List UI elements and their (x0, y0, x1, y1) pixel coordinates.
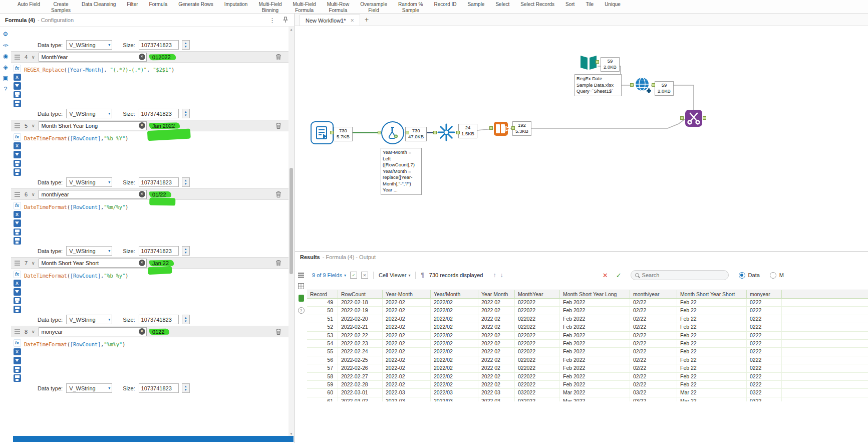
size-spinner[interactable]: ▲▼ (182, 246, 190, 256)
data-type-dropdown[interactable]: V_WString▾ (66, 40, 112, 50)
column-header[interactable]: MonthYear (515, 290, 560, 299)
arrow-up-icon[interactable]: ↑ (493, 272, 496, 279)
settings-icon[interactable]: ⚙ (1, 31, 10, 38)
apply-search-icon[interactable]: ✓ (616, 272, 622, 279)
table-row[interactable]: 592022-02-282022-022022/022022 02022022F… (307, 381, 868, 389)
save-icon[interactable] (14, 160, 21, 167)
size-spinner[interactable]: ▲▼ (182, 40, 190, 50)
palette-item[interactable]: Record ID (429, 2, 462, 8)
scroll-up-icon[interactable]: ▲ (288, 27, 294, 33)
expression-text[interactable]: REGEX_Replace([Year-Month], "(.*?)-(.*)"… (23, 65, 289, 107)
palette-item[interactable]: Oversample Field (355, 2, 393, 14)
clear-input-icon[interactable]: ✕ (139, 260, 145, 266)
column-header[interactable]: Record (307, 290, 338, 299)
palette-item[interactable]: Formula (144, 2, 173, 8)
size-spinner[interactable]: ▲▼ (182, 177, 190, 187)
column-header[interactable]: Year-Month (383, 290, 431, 299)
spinner-up-icon[interactable]: ▲ (184, 248, 187, 251)
results-table[interactable]: RecordRowCountYear-MonthYear/MonthYear M… (307, 290, 868, 443)
column-header[interactable]: RowCount (338, 290, 383, 299)
column-header[interactable]: Month Short Year Long (560, 290, 630, 299)
size-spinner[interactable]: ▲▼ (182, 315, 190, 324)
column-icon[interactable]: X (14, 142, 21, 150)
size-input[interactable] (139, 246, 179, 256)
palette-item[interactable]: Random % Sample (393, 2, 428, 14)
fx-icon[interactable]: fx (14, 133, 21, 141)
drag-handle-icon[interactable] (15, 329, 21, 334)
package-icon[interactable]: ▣ (1, 75, 10, 82)
save-icon[interactable] (14, 297, 21, 305)
connection-anchor[interactable] (703, 116, 706, 120)
output-column-input[interactable] (39, 53, 147, 62)
data-type-dropdown[interactable]: V_WString▾ (66, 177, 112, 187)
filter-icon[interactable] (14, 288, 21, 296)
palette-item[interactable]: Multi-Field Binning (253, 2, 287, 14)
palette-item[interactable]: Filter (121, 2, 143, 8)
palette-item[interactable]: Data Cleansing (76, 2, 121, 8)
metadata-radio[interactable]: M (770, 272, 784, 279)
formula-tool[interactable] (381, 121, 404, 144)
column-header[interactable]: Year/Month (431, 290, 478, 299)
table-row[interactable]: 532022-02-222022-022022/022022 02022022F… (307, 332, 868, 340)
data-radio[interactable]: Data (739, 272, 760, 279)
chevron-down-icon[interactable]: ∨ (32, 123, 35, 128)
fx-icon[interactable]: fx (14, 339, 21, 347)
save-as-icon[interactable] (14, 374, 21, 382)
palette-item[interactable]: Sample (462, 2, 490, 8)
tab-close-icon[interactable]: ✕ (351, 18, 355, 23)
data-type-dropdown[interactable]: V_WString▾ (66, 315, 112, 324)
data-type-dropdown[interactable]: V_WString▾ (66, 109, 112, 118)
table-row[interactable]: 492022-02-182022-022022/022022 02022022F… (307, 299, 868, 307)
config-scrollbar[interactable]: ▲ ▼ (288, 27, 294, 437)
drag-handle-icon[interactable] (15, 123, 21, 128)
chevron-down-icon[interactable]: ∨ (32, 192, 35, 197)
connection-anchor[interactable] (489, 126, 493, 130)
fields-dropdown[interactable]: 9 of 9 Fields ▾ (312, 272, 346, 278)
size-input[interactable] (139, 177, 179, 187)
tag-icon[interactable]: ◈ (1, 64, 10, 71)
filter-icon[interactable] (14, 151, 21, 158)
size-input[interactable] (139, 383, 179, 393)
clear-search-icon[interactable]: ✕ (603, 272, 608, 279)
palette-item[interactable]: Multi-Field Formula (287, 2, 322, 14)
spinner-up-icon[interactable]: ▲ (184, 179, 187, 182)
palette-item[interactable]: Generate Rows (173, 2, 218, 8)
save-as-icon[interactable] (14, 100, 21, 107)
palette-item[interactable]: Select (490, 2, 515, 8)
filter-icon[interactable] (14, 82, 21, 90)
spinner-down-icon[interactable]: ▼ (184, 45, 187, 49)
spinner-down-icon[interactable]: ▼ (184, 388, 187, 392)
fx-icon[interactable]: fx (14, 271, 21, 278)
table-row[interactable]: 542022-02-232022-022022/022022 02022022F… (307, 340, 868, 348)
delete-expression-button[interactable] (275, 191, 281, 198)
delete-expression-button[interactable] (275, 122, 281, 129)
output-column-input[interactable] (39, 190, 147, 199)
multi-field-formula-tool[interactable] (436, 122, 456, 142)
chevron-down-icon[interactable]: ∨ (32, 55, 35, 60)
size-input[interactable] (139, 315, 179, 324)
scrollbar-thumb[interactable] (290, 168, 293, 274)
chevron-down-icon[interactable]: ∨ (32, 261, 35, 266)
search-box[interactable] (631, 270, 729, 280)
deselect-all-icon[interactable]: ✕ (361, 272, 368, 279)
select-all-icon[interactable]: ✓ (350, 272, 357, 279)
spinner-up-icon[interactable]: ▲ (184, 316, 187, 320)
new-tab-button[interactable]: + (360, 14, 373, 26)
file-annotation[interactable]: RegEx Date Sample Data.xlsx Query=`Sheet… (574, 74, 622, 96)
connection-anchor[interactable] (596, 60, 599, 64)
connection-anchor[interactable] (511, 126, 515, 130)
filter-icon[interactable] (14, 357, 21, 364)
fx-icon[interactable]: fx (14, 65, 21, 72)
expression-text[interactable]: DateTimeFormat([RowCount],"%m%y") (23, 339, 289, 382)
clear-input-icon[interactable]: ✕ (139, 191, 145, 197)
column-header[interactable]: Year Month (478, 290, 515, 299)
grid-view-icon[interactable] (298, 283, 304, 289)
spinner-down-icon[interactable]: ▼ (184, 182, 187, 186)
table-row[interactable]: 572022-02-262022-022022/022022 02022022F… (307, 364, 868, 372)
data-type-dropdown[interactable]: V_WString▾ (66, 383, 112, 393)
delete-expression-button[interactable] (275, 54, 281, 61)
spinner-up-icon[interactable]: ▲ (184, 385, 187, 388)
workflow-tab[interactable]: New Workflow1* ✕ (300, 15, 360, 26)
clear-input-icon[interactable]: ✕ (139, 122, 145, 129)
connection-anchor[interactable] (378, 131, 381, 134)
